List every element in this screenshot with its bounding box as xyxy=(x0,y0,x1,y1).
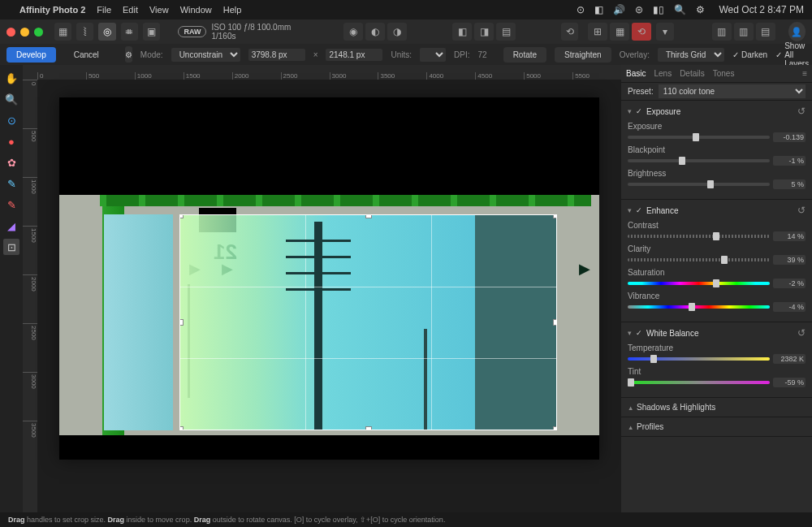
crop-preset-menu[interactable]: ⚙ xyxy=(125,46,132,63)
menu-view[interactable]: View xyxy=(149,5,169,15)
slider-thumb[interactable] xyxy=(689,303,695,311)
cancel-button[interactable]: Cancel xyxy=(64,47,109,63)
slider-thumb[interactable] xyxy=(721,256,728,264)
slider-track[interactable] xyxy=(628,235,770,238)
reset-icon[interactable]: ↺ xyxy=(797,327,806,339)
develop-button[interactable]: Develop xyxy=(6,47,56,63)
slider-thumb[interactable] xyxy=(628,378,634,387)
crop-marquee[interactable] xyxy=(179,214,557,430)
clock[interactable]: Wed Oct 2 8:47 PM xyxy=(719,4,805,15)
persona-develop[interactable]: ◎ xyxy=(98,23,115,41)
darken-check[interactable]: ✓ Darken xyxy=(732,50,767,59)
reset-icon[interactable]: ↺ xyxy=(797,205,806,216)
slider-track[interactable] xyxy=(628,258,770,261)
app-name[interactable]: Affinity Photo 2 xyxy=(19,5,85,15)
slider-track[interactable] xyxy=(628,159,770,162)
sync-button[interactable]: ⟲ xyxy=(561,23,578,41)
chevron-down-icon[interactable]: ▾ xyxy=(628,206,632,214)
slider-value[interactable]: 14 % xyxy=(773,231,806,241)
slider-thumb[interactable] xyxy=(707,180,714,188)
chevron-down-icon[interactable]: ▾ xyxy=(628,329,632,337)
exposure-enable-check[interactable]: ✓ xyxy=(636,107,642,115)
studio-right[interactable]: ▥ xyxy=(734,23,754,41)
show-all-layers-check[interactable]: ✓ Show All Layers xyxy=(775,41,809,68)
slider-value[interactable]: 5 % xyxy=(773,179,806,189)
volume-icon[interactable]: 🔊 xyxy=(613,4,625,15)
slider-track[interactable] xyxy=(628,305,770,309)
slider-value[interactable]: 2382 K xyxy=(773,354,806,364)
clip-warning-highlight[interactable]: ◨ xyxy=(474,23,494,41)
slider-thumb[interactable] xyxy=(650,355,657,363)
blemish-tool[interactable]: ✿ xyxy=(3,154,19,171)
stop-icon[interactable]: ◧ xyxy=(594,4,603,15)
straighten-button[interactable]: Straighten xyxy=(555,47,611,63)
window-zoom[interactable] xyxy=(34,28,43,37)
slider-value[interactable]: -1 % xyxy=(773,156,806,166)
slider-thumb[interactable] xyxy=(693,133,699,141)
menu-file[interactable]: File xyxy=(97,5,111,15)
menu-edit[interactable]: Edit xyxy=(123,5,138,15)
rotate-button[interactable]: Rotate xyxy=(503,47,546,63)
account-avatar[interactable]: 👤 xyxy=(788,22,806,41)
persona-export[interactable]: ▣ xyxy=(143,23,160,41)
assistant-menu[interactable]: ▾ xyxy=(656,23,673,41)
chevron-down-icon[interactable]: ▾ xyxy=(628,107,632,115)
persona-tone[interactable]: ⩩ xyxy=(121,23,138,41)
units-select[interactable] xyxy=(420,48,446,62)
preset-select[interactable]: 110 color tone xyxy=(659,84,806,98)
tab-lens[interactable]: Lens xyxy=(654,69,672,78)
slider-track[interactable] xyxy=(628,183,770,186)
ruler-origin[interactable] xyxy=(23,65,37,80)
snapping-toggle[interactable]: ⊞ xyxy=(588,23,607,41)
force-pixel[interactable]: ⟲ xyxy=(632,23,651,41)
shadows-highlights-section[interactable]: ▸ Shadows & Highlights xyxy=(621,398,812,417)
crop-handle-ne[interactable] xyxy=(553,214,557,218)
wifi-icon[interactable]: ⊜ xyxy=(635,4,643,15)
battery-icon[interactable]: ▮▯ xyxy=(653,4,664,15)
slider-value[interactable]: -2 % xyxy=(773,279,806,288)
panel-menu-icon[interactable]: ≡ xyxy=(802,69,807,78)
clip-warning-shadow[interactable]: ◧ xyxy=(452,23,472,41)
overlay-paint-tool[interactable]: ✎ xyxy=(3,175,19,192)
horizontal-ruler[interactable]: 0500100015002000250030003500400045005000… xyxy=(37,65,621,80)
profiles-section[interactable]: ▸ Profiles xyxy=(621,417,812,437)
crop-handle-n[interactable] xyxy=(365,214,372,218)
crop-width-input[interactable] xyxy=(248,49,305,61)
slider-value[interactable]: -0.139 xyxy=(773,132,806,142)
overlay-gradient-tool[interactable]: ◢ xyxy=(3,218,19,234)
menu-help[interactable]: Help xyxy=(223,5,242,15)
tab-tones[interactable]: Tones xyxy=(713,69,735,78)
tab-details[interactable]: Details xyxy=(680,69,705,78)
persona-liquify[interactable]: ⦚ xyxy=(76,23,93,41)
crop-handle-s[interactable] xyxy=(365,426,372,430)
white-balance-tool[interactable]: ⊙ xyxy=(3,112,19,128)
slider-track[interactable] xyxy=(628,136,770,139)
hand-tool[interactable]: ✋ xyxy=(3,70,19,86)
crop-handle-w[interactable] xyxy=(179,319,184,326)
zoom-tool[interactable]: 🔍 xyxy=(3,91,19,107)
crop-handle-nw[interactable] xyxy=(179,214,184,218)
menu-window[interactable]: Window xyxy=(180,5,212,15)
overlay-select[interactable]: Thirds Grid xyxy=(658,48,724,62)
overlay-erase-tool[interactable]: ✎ xyxy=(3,197,19,213)
record-icon[interactable]: ⊙ xyxy=(577,4,585,15)
control-center-icon[interactable]: ⚙ xyxy=(696,4,705,15)
clip-warning-tone[interactable]: ▤ xyxy=(496,23,516,41)
crop-height-input[interactable] xyxy=(326,49,382,61)
view-split[interactable]: ◐ xyxy=(365,23,385,41)
wb-enable-check[interactable]: ✓ xyxy=(636,329,642,337)
window-close[interactable] xyxy=(6,28,15,37)
crop-handle-sw[interactable] xyxy=(179,426,184,430)
crop-tool[interactable]: ⊡ xyxy=(3,239,19,255)
reset-icon[interactable]: ↺ xyxy=(797,106,806,117)
studio-left[interactable]: ▥ xyxy=(712,23,732,41)
vertical-ruler[interactable]: 0500100015002000250030003500 xyxy=(23,80,37,512)
slider-track[interactable] xyxy=(628,381,770,384)
enhance-enable-check[interactable]: ✓ xyxy=(636,206,642,214)
window-minimize[interactable] xyxy=(20,28,29,37)
slider-track[interactable] xyxy=(628,282,770,285)
crop-handle-e[interactable] xyxy=(553,319,557,326)
crop-handle-se[interactable] xyxy=(553,426,557,430)
slider-value[interactable]: 39 % xyxy=(773,255,806,265)
crop-mode-select[interactable]: Unconstrained xyxy=(171,48,240,62)
